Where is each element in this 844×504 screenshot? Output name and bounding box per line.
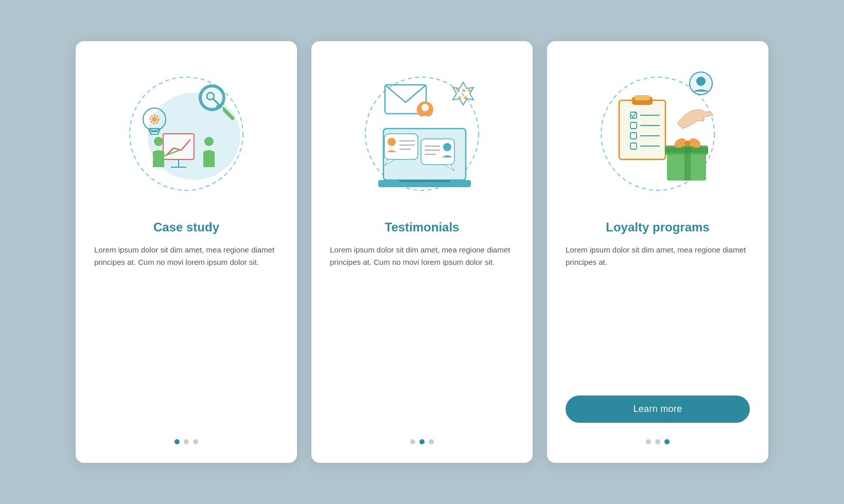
loyalty-illustration xyxy=(586,62,730,206)
learn-more-button[interactable]: Learn more xyxy=(566,395,750,423)
svg-rect-44 xyxy=(619,100,665,159)
dot-3 xyxy=(429,439,434,444)
svg-text:★★★: ★★★ xyxy=(455,87,472,94)
svg-point-5 xyxy=(152,117,157,122)
svg-point-24 xyxy=(421,104,429,111)
cards-container: Case study Lorem ipsum dolor sit dim ame… xyxy=(55,21,789,483)
dot-3 xyxy=(664,439,670,444)
case-study-dots xyxy=(174,439,198,444)
case-study-illustration xyxy=(114,62,258,206)
testimonials-dots xyxy=(410,439,434,444)
card-case-study: Case study Lorem ipsum dolor sit dim ame… xyxy=(76,41,297,463)
svg-rect-46 xyxy=(635,95,650,100)
svg-point-42 xyxy=(443,143,451,151)
dot-2 xyxy=(655,439,660,444)
card-testimonials: ★★★ ★★ xyxy=(311,41,533,463)
dot-1 xyxy=(646,439,651,444)
svg-point-61 xyxy=(684,140,691,147)
case-study-title: Case study xyxy=(153,220,219,235)
dot-1 xyxy=(410,439,415,444)
loyalty-dots xyxy=(646,439,670,444)
dot-3 xyxy=(193,439,198,444)
card-loyalty-programs: Loyalty programs Lorem ipsum dolor sit d… xyxy=(547,41,768,463)
svg-point-33 xyxy=(388,138,396,146)
testimonials-text: Lorem ipsum dolor sit dim amet, mea regi… xyxy=(330,244,514,268)
svg-text:★★: ★★ xyxy=(457,94,468,101)
testimonials-title: Testimonials xyxy=(385,220,460,235)
svg-rect-37 xyxy=(421,139,454,165)
svg-rect-31 xyxy=(384,134,418,159)
dot-2 xyxy=(419,439,425,444)
svg-rect-30 xyxy=(399,180,450,182)
svg-rect-15 xyxy=(163,134,194,159)
dot-1 xyxy=(174,439,180,444)
loyalty-text: Lorem ipsum dolor sit dim amet, mea regi… xyxy=(566,244,750,268)
svg-point-20 xyxy=(204,137,214,146)
svg-rect-58 xyxy=(665,148,708,153)
loyalty-title: Loyalty programs xyxy=(606,220,709,235)
dot-2 xyxy=(184,439,189,444)
case-study-text: Lorem ipsum dolor sit dim amet, mea regi… xyxy=(94,244,278,268)
testimonials-illustration: ★★★ ★★ xyxy=(350,62,494,206)
svg-point-63 xyxy=(696,77,706,86)
svg-point-18 xyxy=(154,137,163,146)
